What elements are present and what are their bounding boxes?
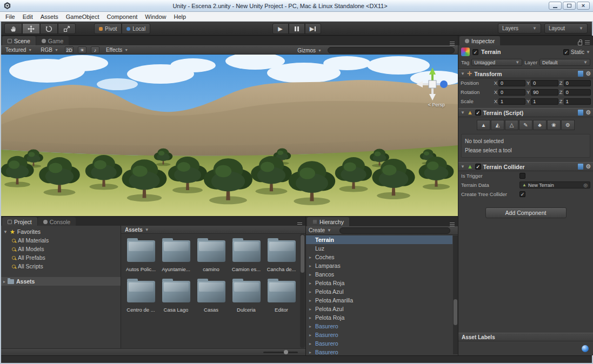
y-value-field[interactable]: 90	[531, 89, 558, 96]
expand-arrow-icon[interactable]: ▸	[309, 272, 315, 277]
is-trigger-checkbox[interactable]	[519, 173, 525, 179]
hierarchy-scrollbar[interactable]	[453, 235, 458, 354]
static-checkbox[interactable]: ✓	[563, 49, 569, 55]
hierarchy-item[interactable]: ▸ Basurero	[306, 348, 452, 354]
terrain-tool-button[interactable]: ◭	[491, 120, 504, 130]
menu-item[interactable]: File	[2, 13, 19, 21]
folder-item[interactable]: Casa Lago	[158, 281, 194, 313]
hierarchy-item[interactable]: ▸ Pelota Amarilla	[306, 296, 452, 305]
panel-menu-icon[interactable]	[450, 42, 455, 45]
expand-arrow-icon[interactable]: ▸	[309, 315, 315, 320]
gizmos-dropdown[interactable]: Gizmos▼	[295, 46, 324, 54]
local-toggle-button[interactable]: Local	[122, 23, 150, 34]
terrain-tool-button[interactable]: ▲	[477, 120, 490, 130]
persp-label[interactable]: < Persp	[428, 102, 445, 107]
terrain-collider-header[interactable]: ▼ ▲ ✓ Terrain Collider ⚙	[458, 162, 593, 171]
favorites-foldout[interactable]: ▼ ★ Favorites	[1, 227, 121, 236]
object-picker-icon[interactable]: ◎	[583, 183, 588, 188]
hierarchy-item[interactable]: ▸ Pelota Roja	[306, 313, 452, 322]
expand-arrow-icon[interactable]: ▸	[309, 264, 315, 268]
create-tree-collider-checkbox[interactable]: ✓	[519, 191, 525, 197]
channels-dropdown[interactable]: RGB▼	[38, 46, 61, 54]
folder-item[interactable]: Autos Polic...	[123, 240, 158, 272]
hierarchy-item[interactable]: ▸ Bancos	[306, 270, 452, 279]
folder-item[interactable]: camino	[194, 240, 229, 272]
help-icon[interactable]	[578, 110, 583, 116]
terrain-tool-button[interactable]: ✎	[519, 120, 532, 130]
tab-console[interactable]: Console	[38, 217, 76, 226]
terrain-tool-button[interactable]: ⚙	[561, 120, 575, 130]
thumbnail-size-slider[interactable]	[263, 352, 298, 353]
menu-item[interactable]: Edit	[19, 13, 37, 21]
hierarchy-item[interactable]: ▸ Pelota Azul	[306, 305, 452, 313]
folder-item[interactable]: Editor	[264, 281, 299, 313]
terrain-tool-button[interactable]: △	[505, 120, 518, 130]
gear-icon[interactable]: ⚙	[585, 71, 591, 77]
expand-arrow-icon[interactable]: ▸	[309, 255, 315, 260]
gear-icon[interactable]: ⚙	[585, 110, 591, 116]
orientation-gizmo[interactable]	[415, 66, 450, 102]
expand-arrow-icon[interactable]: ▸	[309, 281, 315, 286]
z-value-field[interactable]: 1	[564, 98, 591, 105]
project-scrollbar[interactable]	[300, 234, 305, 348]
y-value-field[interactable]: 0	[531, 80, 558, 86]
hierarchy-item[interactable]: ▸ Lamparas	[306, 261, 452, 270]
scene-audio-toggle[interactable]: ♪	[91, 46, 99, 53]
hierarchy-item[interactable]: ▸ Pelota Azul	[306, 287, 452, 296]
terrain-tool-button[interactable]: ❀	[547, 120, 561, 130]
folder-item[interactable]: Centro de ...	[123, 281, 158, 313]
pivot-toggle-button[interactable]: Pivot	[94, 23, 122, 34]
folder-item[interactable]: Cancha de...	[264, 240, 299, 272]
x-value-field[interactable]: 0	[498, 80, 525, 86]
assets-root-item[interactable]: ▸ Assets	[1, 277, 121, 286]
hierarchy-item[interactable]: ▸ Coches	[306, 253, 452, 261]
gear-icon[interactable]: ⚙	[585, 164, 591, 170]
terrain-collider-enabled-checkbox[interactable]: ✓	[475, 164, 481, 170]
folder-item[interactable]: Camion es...	[229, 240, 264, 272]
z-value-field[interactable]: 0	[564, 80, 591, 86]
object-name[interactable]: Terrain	[481, 49, 561, 55]
help-icon[interactable]	[578, 164, 583, 170]
scene-viewport[interactable]: < Persp	[1, 55, 458, 216]
layer-dropdown[interactable]: Default▼	[539, 59, 590, 66]
folder-item[interactable]: Casas	[194, 281, 229, 313]
folder-item[interactable]: Ayuntamie...	[158, 240, 194, 272]
panel-menu-icon[interactable]	[450, 223, 455, 226]
x-value-field[interactable]: 1	[498, 98, 525, 105]
tab-scene[interactable]: Scene	[2, 36, 36, 45]
menu-item[interactable]: GameObject	[62, 13, 103, 21]
expand-arrow-icon[interactable]: ▸	[309, 341, 315, 346]
terrain-tool-button[interactable]: ♣	[533, 120, 547, 130]
panel-menu-icon[interactable]	[585, 41, 590, 44]
expand-arrow-icon[interactable]: ▸	[309, 333, 315, 338]
transform-component-header[interactable]: ▼ ✛ Transform ⚙	[458, 69, 593, 78]
foldout-icon[interactable]: ▼	[461, 110, 465, 115]
expand-arrow-icon[interactable]: ▸	[309, 298, 315, 303]
lock-icon[interactable]	[578, 42, 582, 45]
tab-project[interactable]: Project	[2, 217, 37, 226]
tab-hierarchy[interactable]: Hierarchy	[307, 217, 349, 226]
2d-toggle-button[interactable]: 2D	[65, 46, 74, 53]
z-value-field[interactable]: 0	[564, 89, 591, 96]
breadcrumb[interactable]: Assets▼	[121, 226, 305, 234]
tab-game[interactable]: Game	[36, 36, 69, 45]
help-icon[interactable]	[578, 71, 583, 77]
hierarchy-item[interactable]: ▸ Basurero	[306, 339, 452, 348]
favorites-item[interactable]: All Models	[1, 245, 121, 253]
x-value-field[interactable]: 0	[498, 89, 525, 96]
expand-arrow-icon[interactable]: ▸	[309, 289, 315, 294]
scene-lighting-toggle[interactable]: ☀	[78, 46, 86, 53]
menu-item[interactable]: Help	[170, 13, 190, 21]
hand-tool-button[interactable]	[4, 23, 22, 34]
scene-search-input[interactable]	[328, 47, 455, 53]
expand-arrow-icon[interactable]: ▸	[309, 350, 315, 355]
minimize-button[interactable]	[549, 2, 562, 10]
foldout-icon[interactable]: ▼	[3, 230, 8, 234]
close-button[interactable]: ×	[577, 2, 590, 10]
foldout-icon[interactable]: ▼	[461, 71, 465, 76]
hierarchy-item[interactable]: ▸ Basurero	[306, 331, 452, 339]
rotate-tool-button[interactable]	[40, 23, 58, 34]
terrain-script-enabled-checkbox[interactable]: ✓	[475, 110, 481, 116]
hierarchy-item[interactable]: Terrain	[306, 235, 452, 244]
foldout-icon[interactable]: ▸	[3, 279, 5, 284]
